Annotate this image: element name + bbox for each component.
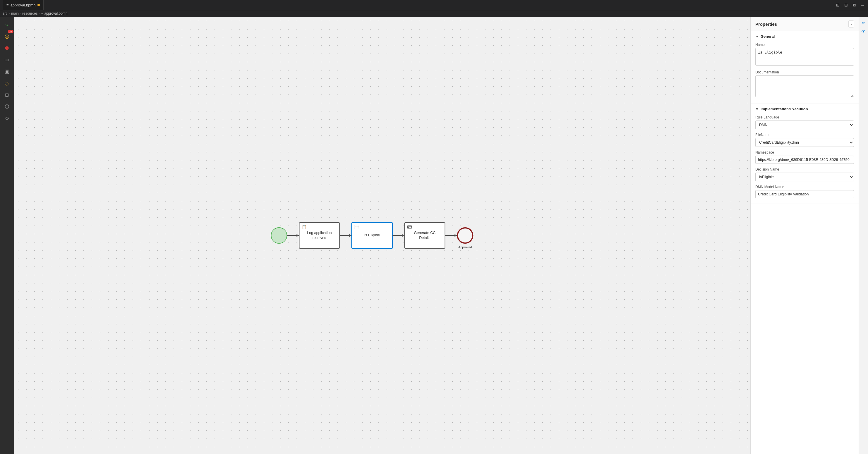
documentation-label: Documentation xyxy=(755,70,854,74)
tab-filename: approval.bpmn xyxy=(10,3,36,7)
titlebar: ≡ approval.bpmn ⊞ ⊟ ⧉ ··· xyxy=(0,0,868,10)
generate-task[interactable]: Generate CCDetails xyxy=(404,222,445,249)
svg-rect-3 xyxy=(407,226,411,228)
dmn-model-name-label: DMN Model Name xyxy=(755,185,854,189)
general-section-header[interactable]: ▼ General xyxy=(751,31,859,41)
end-event[interactable]: Approved xyxy=(457,227,473,244)
name-input[interactable]: Is Eligible xyxy=(755,48,854,66)
name-label: Name xyxy=(755,43,854,47)
rule-language-field-group: Rule Language DMN DRL Java xyxy=(751,114,859,131)
arrow-4 xyxy=(445,235,457,236)
breadcrumb-src[interactable]: src xyxy=(3,11,8,15)
general-section-title: General xyxy=(761,34,775,39)
sidebar-item-end[interactable]: ⊗ xyxy=(2,43,12,53)
eligible-task-icon xyxy=(354,225,359,230)
arrow-2 xyxy=(340,235,351,236)
sidebar-item-intermediate[interactable]: ◎ 34 xyxy=(2,31,12,41)
breadcrumb-resources[interactable]: resources xyxy=(22,11,38,15)
sidebar-item-artifact[interactable]: ⬡ xyxy=(2,101,12,112)
layout-icon[interactable]: ⊟ xyxy=(843,2,849,8)
decision-name-select[interactable]: IsEligible xyxy=(755,172,854,182)
general-section: ▼ General Name Is Eligible Documentation xyxy=(751,31,859,104)
documentation-input[interactable] xyxy=(755,75,854,97)
edit-icon[interactable]: ✏ xyxy=(860,19,867,26)
titlebar-actions: ⊞ ⊟ ⧉ ··· xyxy=(835,2,865,8)
generate-task-icon xyxy=(407,225,412,230)
properties-panel: Properties › ▼ General Name Is Eligible … xyxy=(750,17,859,454)
left-sidebar: ○ ◎ 34 ⊗ ▭ ▣ ◇ ⊞ ⬡ ⚙ xyxy=(0,17,14,454)
documentation-field-group: Documentation xyxy=(751,68,859,100)
breadcrumb-main[interactable]: main xyxy=(11,11,19,15)
far-right-panel: ✏ 👁 xyxy=(859,17,868,454)
grid-icon[interactable]: ⊞ xyxy=(835,2,840,8)
svg-rect-5 xyxy=(408,227,409,228)
properties-header: Properties › xyxy=(751,17,859,31)
more-icon[interactable]: ··· xyxy=(860,2,865,8)
arrow-3 xyxy=(393,235,404,236)
filename-field-group: FileName CreditCardEligibility.dmn xyxy=(751,131,859,149)
collapse-button[interactable]: › xyxy=(848,21,854,28)
generate-task-label: Generate CCDetails xyxy=(411,230,439,241)
namespace-label: Namespace xyxy=(755,150,854,155)
namespace-input[interactable] xyxy=(755,156,854,164)
sidebar-item-task[interactable]: ▭ xyxy=(2,55,12,65)
breadcrumb-file-icon: ≡ xyxy=(41,12,43,15)
generate-task-node[interactable]: Generate CCDetails xyxy=(404,222,445,249)
namespace-field-group: Namespace xyxy=(751,149,859,166)
svg-rect-0 xyxy=(355,225,359,229)
rule-language-select[interactable]: DMN DRL Java xyxy=(755,121,854,129)
start-event-node[interactable] xyxy=(271,227,287,244)
start-event[interactable] xyxy=(271,227,287,244)
sidebar-item-start[interactable]: ○ xyxy=(2,19,12,30)
tab-modified-dot xyxy=(37,4,40,6)
dmn-model-name-field-group: DMN Model Name xyxy=(751,183,859,200)
split-icon[interactable]: ⧉ xyxy=(851,2,857,8)
main-layout: ○ ◎ 34 ⊗ ▭ ▣ ◇ ⊞ ⬡ ⚙ xyxy=(0,17,868,454)
decision-name-field-group: Decision Name IsEligible xyxy=(751,166,859,183)
implementation-section: ▼ Implementation/Execution Rule Language… xyxy=(751,104,859,204)
name-field-group: Name Is Eligible xyxy=(751,41,859,68)
log-task[interactable]: 📋 Log applicationreceived xyxy=(299,222,340,249)
active-tab[interactable]: ≡ approval.bpmn xyxy=(3,0,43,10)
implementation-section-title: Implementation/Execution xyxy=(761,107,808,111)
eye-icon[interactable]: 👁 xyxy=(860,28,867,35)
bpmn-diagram: 📋 Log applicationreceived Is El xyxy=(271,222,473,249)
general-chevron: ▼ xyxy=(755,34,759,39)
eligible-task[interactable]: Is Eligible xyxy=(351,222,393,249)
badge-count: 34 xyxy=(8,30,13,33)
filename-select[interactable]: CreditCardEligibility.dmn xyxy=(755,138,854,147)
arrow-1 xyxy=(287,235,299,236)
sidebar-item-gateway[interactable]: ◇ xyxy=(2,78,12,88)
implementation-section-header[interactable]: ▼ Implementation/Execution xyxy=(751,104,859,114)
eligible-task-label: Is Eligible xyxy=(362,233,383,238)
bpmn-file-icon: ≡ xyxy=(6,3,9,7)
decision-name-label: Decision Name xyxy=(755,167,854,171)
end-event-label: Approved xyxy=(458,246,472,249)
sidebar-item-group[interactable]: ⊞ xyxy=(2,90,12,100)
log-task-icon: 📋 xyxy=(302,225,307,229)
filename-label: FileName xyxy=(755,133,854,137)
end-event-node[interactable]: Approved xyxy=(457,227,473,244)
dmn-model-name-input[interactable] xyxy=(755,190,854,198)
bpmn-canvas[interactable]: 📋 Log applicationreceived Is El xyxy=(14,17,750,454)
eligible-task-node[interactable]: Is Eligible xyxy=(351,222,393,249)
implementation-chevron: ▼ xyxy=(755,107,759,111)
breadcrumb-filename[interactable]: approval.bpmn xyxy=(44,11,67,15)
log-task-label: Log applicationreceived xyxy=(304,230,335,241)
rule-language-label: Rule Language xyxy=(755,115,854,119)
breadcrumb: src › main › resources › ≡ approval.bpmn xyxy=(0,10,868,17)
sidebar-item-subprocess[interactable]: ▣ xyxy=(2,66,12,77)
properties-title: Properties xyxy=(755,22,777,27)
log-task-node[interactable]: 📋 Log applicationreceived xyxy=(299,222,340,249)
sidebar-item-config[interactable]: ⚙ xyxy=(2,113,12,124)
